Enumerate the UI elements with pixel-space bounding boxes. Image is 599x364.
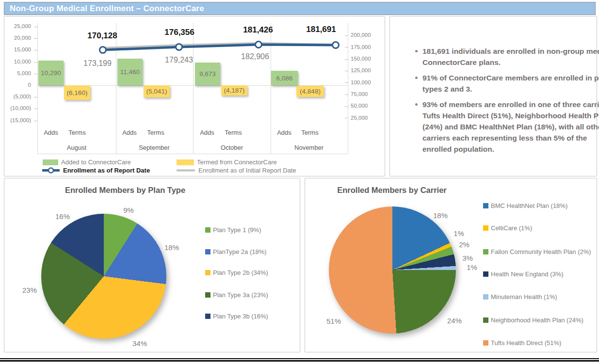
right-axis-label: 25,000 [351, 115, 368, 121]
month-label: October [221, 144, 243, 151]
enrollment-marker-october [256, 42, 262, 48]
plan-type-pie [41, 214, 166, 339]
plan-pie-legend-label: Plan Type 1 (9%) [213, 226, 261, 234]
carrier-pie-legend-item: Health New England (3%) [483, 270, 564, 278]
plan-pie-pct-label: 16% [55, 212, 70, 221]
legend-termed: Termed from ConnectorCare [177, 158, 277, 166]
sub-axis-adds: Adds [200, 129, 214, 136]
plan-pie-legend-item: Plan Type 1 (9%) [205, 226, 261, 234]
plan-pie-legend-label: Plan Type 2b (34%) [213, 269, 268, 276]
plan-pie-pct-label: 23% [22, 286, 37, 294]
plan-type-3a-swatch [205, 292, 210, 298]
enrollment-marker-august [100, 47, 106, 53]
legend-report-label: Enrollment as of Report Date [63, 167, 150, 174]
neighborhood-swatch [483, 317, 488, 323]
termed-swatch [177, 159, 194, 165]
fallon-swatch [483, 249, 488, 254]
legend-added: Added to ConnectorCare [43, 158, 131, 166]
bottom-rule-top [0, 358, 599, 359]
right-axis-label: 150,000 [351, 56, 371, 62]
sub-axis-adds: Adds [122, 129, 137, 136]
axis-tick [34, 74, 37, 74]
sub-axis-adds: Adds [277, 129, 291, 136]
right-axis-label: 100,000 [351, 79, 371, 85]
plan-pie-legend-item: Plan Type 3b (16%) [205, 313, 268, 320]
left-axis-label: 15,000 [4, 47, 31, 52]
carrier-pie-legend-label: Tufts Health Direct (51%) [491, 339, 561, 347]
axis-tick [34, 50, 37, 50]
bottom-rule-bottom [0, 360, 599, 362]
carrier-pie-legend-label: BMC HealthNet Plan (18%) [491, 202, 567, 209]
tufts-swatch [483, 340, 488, 346]
celticare-swatch [483, 225, 488, 231]
plan-pie-legend-item: Plan Type 2b (34%) [205, 269, 268, 276]
axis-tick [34, 121, 37, 121]
left-axis-label: 10,000 [4, 59, 31, 64]
sub-axis-terms: Terms [301, 129, 318, 136]
right-axis-label: 125,000 [351, 67, 371, 73]
left-axis-label: 0 [4, 82, 31, 88]
carrier-pie-legend-label: Neighborhood Health Plan (24%) [491, 317, 583, 324]
legend-termed-label: Termed from ConnectorCare [197, 158, 277, 166]
carrier-pie-legend-label: Fallon Community Health Plan (2%) [491, 248, 591, 255]
month-label: August [67, 144, 86, 151]
enrollment-marker-september [176, 44, 182, 50]
carrier-pie-pct-label: 18% [433, 211, 448, 220]
plan-pie-legend-item: PlanType 2a (18%) [205, 248, 267, 255]
sub-axis-terms: Terms [68, 129, 85, 136]
carrier-pie-legend-item: Fallon Community Health Plan (2%) [483, 248, 591, 255]
plan-pie-pct-label: 18% [164, 243, 179, 252]
key-insights-panel: 181,691 individuals are enrolled in non-… [389, 16, 597, 176]
report-enrollment-label: 170,128 [87, 31, 117, 41]
carrier-pie-pct-label: 1% [453, 229, 464, 237]
enrollment-marker-november [333, 42, 339, 48]
carrier-pie-pct-label: 3% [462, 254, 473, 262]
left-axis-label: 20,000 [4, 35, 31, 41]
plan-pie-legend-item: Plan Type 3a (23%) [205, 291, 268, 299]
carrier-pie-pct-label: 24% [447, 317, 462, 325]
initial-enrollment-label: 173,199 [83, 59, 112, 68]
carrier-pie-legend-item: Tufts Health Direct (51%) [483, 339, 561, 347]
carrier-pie-legend-label: CeltiCare (1%) [491, 224, 532, 232]
legend-initial-label: Enrollment as of Initial Report Date [198, 167, 296, 174]
right-axis-label: 200,000 [351, 32, 371, 38]
plan-pie-legend-label: Plan Type 3b (16%) [213, 313, 268, 320]
left-axis-label: (5,000) [4, 94, 31, 99]
report-title: Non-Group Medical Enrollment – Connector… [4, 4, 204, 14]
legend-added-label: Added to ConnectorCare [61, 158, 131, 166]
insight-bullet: 93% of members are enrolled in one of th… [422, 99, 599, 155]
insight-bullet: 181,691 individuals are enrolled in non-… [422, 46, 599, 68]
left-axis-label: 25,000 [4, 23, 31, 29]
carrier-pie-legend-item: BMC HealthNet Plan (18%) [483, 202, 567, 209]
plan-type-2b-swatch [205, 270, 210, 275]
right-axis-label: 75,000 [351, 91, 368, 97]
sub-axis-terms: Terms [225, 129, 242, 136]
plan-pie-pct-label: 34% [132, 339, 147, 348]
initial-line-sample [176, 167, 195, 174]
carrier-pie-legend-label: Minuteman Health (1%) [491, 293, 557, 301]
legend-report-line: Enrollment as of Report Date [42, 167, 150, 174]
month-label: November [294, 144, 324, 151]
report-enrollment-label: 176,356 [164, 28, 194, 37]
plan-pie-legend-label: PlanType 2a (18%) [213, 248, 267, 255]
carrier-pie-pct-label: 51% [326, 317, 341, 325]
axis-tick [34, 38, 37, 39]
left-axis-label: 5,000 [4, 70, 31, 76]
carrier-pie-panel: Enrolled Members by Carrier 18% 1% 2% 3%… [305, 178, 597, 352]
report-enrollment-label: 181,426 [243, 25, 273, 35]
bmc-healthnet-swatch [483, 203, 488, 208]
plan-type-1-swatch [205, 227, 210, 233]
left-axis-label: (10,000) [4, 105, 31, 111]
plan-type-3b-swatch [205, 314, 210, 319]
carrier-pie-title: Enrolled Members by Carrier [337, 186, 447, 195]
plan-type-pie-panel: Enrolled Members by Plan Type 9% 18% 34%… [4, 178, 300, 352]
initial-enrollment-label: 179,243 [165, 56, 193, 64]
plan-pie-legend-label: Plan Type 3a (23%) [213, 291, 268, 299]
carrier-pie-legend-label: Health New England (3%) [491, 270, 564, 278]
legend-initial-line: Enrollment as of Initial Report Date [176, 167, 296, 174]
added-swatch [43, 159, 58, 165]
carrier-pie-legend-item: CeltiCare (1%) [483, 224, 532, 232]
axis-tick [34, 97, 37, 97]
plan-type-pie-title: Enrolled Members by Plan Type [65, 186, 185, 195]
plan-pie-pct-label: 9% [123, 206, 134, 214]
